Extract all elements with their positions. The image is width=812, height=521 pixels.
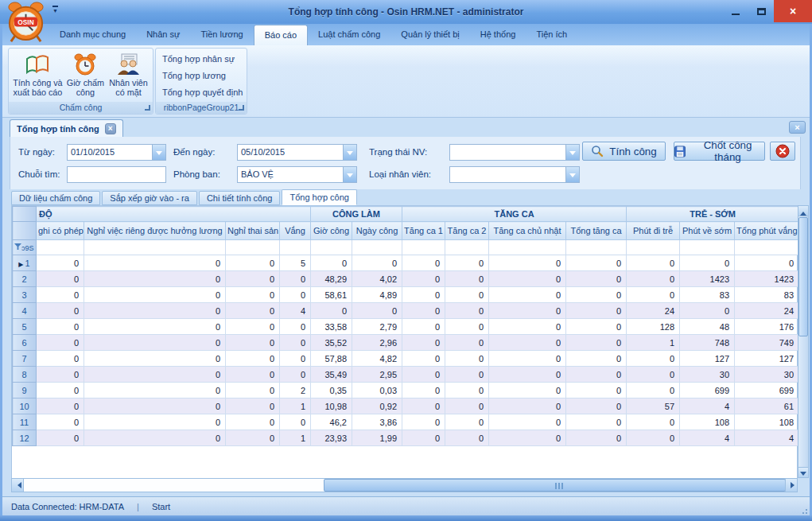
grid-cell[interactable]: 4,89 (352, 287, 402, 303)
chevron-down-icon[interactable] (343, 167, 356, 182)
grid-cell[interactable]: 0 (280, 287, 311, 303)
grid-cell[interactable]: 0 (37, 287, 84, 303)
app-logo-icon[interactable]: OSIN (5, 1, 47, 43)
grid-cell[interactable]: 0 (352, 255, 402, 271)
timeclock-hours-button[interactable]: Giờ chấm công (65, 50, 106, 101)
grid-cell[interactable]: 0 (445, 367, 489, 383)
view-tab[interactable]: Dữ liệu chấm công (11, 191, 100, 205)
grid-cell[interactable]: 0 (402, 383, 445, 399)
grid-cell[interactable]: 0 (402, 287, 445, 303)
grid-cell[interactable]: 2 (280, 383, 311, 399)
scrollbar-thumb[interactable] (798, 217, 808, 336)
grid-cell[interactable]: 108 (680, 414, 735, 430)
grid-cell[interactable]: 0 (489, 271, 566, 287)
grid-column-header[interactable]: Phút về sớm (680, 222, 735, 240)
grid-cell[interactable]: 0 (566, 287, 627, 303)
grid-cell[interactable]: 0 (566, 271, 627, 287)
grid-row-indicator[interactable]: ▶1 (13, 255, 37, 271)
grid-row-indicator[interactable]: 3 (13, 287, 37, 303)
grid-cell[interactable]: 0 (489, 255, 566, 271)
grid-cell[interactable]: 0 (627, 255, 680, 271)
grid-cell[interactable]: 30 (680, 367, 735, 383)
employee-type-combo[interactable] (449, 166, 580, 183)
chevron-down-icon[interactable] (565, 167, 579, 182)
grid-cell[interactable]: 0 (352, 303, 402, 319)
grid-cell[interactable]: 0 (489, 319, 566, 335)
grid-cell[interactable]: 0 (402, 351, 445, 367)
grid-cell[interactable]: 0 (566, 430, 627, 446)
ribbon-tab[interactable]: Tiền lương (190, 25, 253, 45)
document-close-button[interactable]: × (789, 121, 806, 134)
grid-cell[interactable]: 127 (735, 351, 799, 367)
grid-cell[interactable]: 2,79 (352, 319, 402, 335)
grid-cell[interactable]: 0 (445, 335, 489, 351)
grid-cell[interactable]: 0 (84, 303, 226, 319)
grid-row-indicator[interactable]: 12 (13, 430, 37, 446)
grid-cell[interactable]: 0 (37, 430, 84, 446)
grid-cell[interactable]: 0 (280, 271, 311, 287)
grid-filter-cell[interactable] (445, 240, 489, 255)
grid-cell[interactable]: 0 (627, 383, 680, 399)
grid-cell[interactable]: 0 (226, 303, 280, 319)
grid-column-header[interactable]: Tổng phút vắng (735, 222, 799, 240)
lock-month-button[interactable]: Chốt công tháng (674, 142, 765, 161)
grid-filter-cell[interactable] (402, 240, 445, 255)
grid-cell[interactable]: 0 (226, 414, 280, 430)
grid-cell[interactable]: 0 (445, 255, 489, 271)
calc-attendance-button[interactable]: Tính công (582, 142, 666, 161)
grid-cell[interactable]: 0 (445, 399, 489, 414)
grid-cell[interactable]: 0 (627, 287, 680, 303)
grid-row-indicator[interactable]: 2 (13, 271, 37, 287)
grid-cell[interactable]: 35,49 (311, 367, 352, 383)
grid-cell[interactable]: 0 (226, 351, 280, 367)
grid-cell[interactable]: 128 (627, 319, 680, 335)
grid-cell[interactable]: 4 (680, 430, 735, 446)
grid-cell[interactable]: 3,86 (352, 414, 402, 430)
grid-cell[interactable]: 0 (445, 303, 489, 319)
grid-cell[interactable]: 0 (445, 271, 489, 287)
grid-cell[interactable]: 0 (445, 383, 489, 399)
grid-column-header[interactable]: Ngày công (352, 222, 402, 240)
grid-filter-cell[interactable] (680, 240, 735, 255)
grid-cell[interactable]: 699 (735, 383, 799, 399)
grid-filter-cell[interactable] (311, 240, 352, 255)
grid-filter-cell[interactable] (627, 240, 680, 255)
grid-cell[interactable]: 0 (37, 414, 84, 430)
grid-cell[interactable]: 4 (280, 303, 311, 319)
grid-cell[interactable]: 57 (627, 399, 680, 414)
tab-close-icon[interactable]: × (105, 123, 116, 134)
minimize-button[interactable] (723, 0, 748, 22)
grid-cell[interactable]: 0 (84, 351, 226, 367)
grid-column-header[interactable]: Nghỉ việc riêng được hưởng lương (84, 222, 226, 240)
grid-cell[interactable]: 0 (489, 383, 566, 399)
grid-cell[interactable]: 0 (84, 399, 226, 414)
dialog-launcher-icon[interactable] (239, 105, 244, 111)
ribbon-menu-item[interactable]: Tổng hợp lương (156, 68, 247, 84)
close-button[interactable]: × (774, 0, 812, 22)
grid-cell[interactable]: 0 (566, 351, 627, 367)
grid-row-indicator[interactable]: 7 (13, 351, 37, 367)
grid-cell[interactable]: 0 (566, 367, 627, 383)
grid-cell[interactable]: 4,82 (352, 351, 402, 367)
grid-cell[interactable]: 2,95 (352, 367, 402, 383)
grid-cell[interactable]: 0 (280, 335, 311, 351)
department-combo[interactable]: BẢO VỆ (237, 166, 357, 183)
grid-cell[interactable]: 0 (735, 255, 799, 271)
grid-cell[interactable]: 1 (280, 430, 311, 446)
grid-cell[interactable]: 176 (735, 319, 799, 335)
ribbon-tab[interactable]: Nhân sự (136, 25, 190, 45)
grid-cell[interactable]: 699 (680, 383, 735, 399)
grid-cell[interactable]: 0 (489, 287, 566, 303)
grid-cell[interactable]: 30 (735, 367, 799, 383)
document-tab[interactable]: Tổng hợp tính công × (10, 119, 123, 137)
grid-cell[interactable]: 0,92 (352, 399, 402, 414)
grid-cell[interactable]: 0 (37, 319, 84, 335)
calc-export-report-button[interactable]: Tính công và xuất báo cáo (10, 50, 65, 101)
grid-cell[interactable]: 0 (489, 367, 566, 383)
grid-cell[interactable]: 0 (226, 430, 280, 446)
grid-cell[interactable]: 0 (37, 271, 84, 287)
grid-cell[interactable]: 0 (489, 414, 566, 430)
grid-cell[interactable]: 749 (735, 335, 799, 351)
grid-cell[interactable]: 5 (280, 255, 311, 271)
grid-cell[interactable]: 0 (84, 255, 226, 271)
